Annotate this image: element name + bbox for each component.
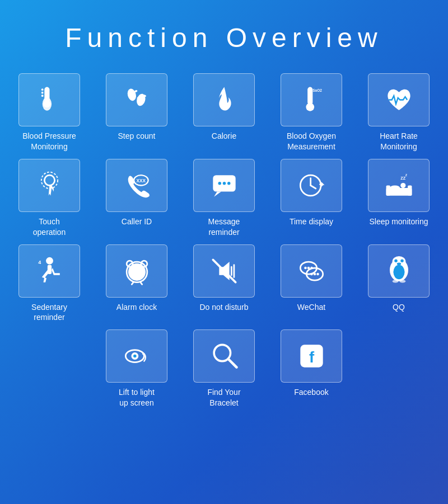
sleep-label: Sleep monitoring xyxy=(369,216,428,227)
svg-point-71 xyxy=(393,265,404,279)
svg-text:4: 4 xyxy=(38,259,41,265)
feature-blood-pressure: °C Blood PressureMonitoring xyxy=(8,73,91,152)
svg-rect-2 xyxy=(41,92,43,94)
feature-facebook: f Facebook xyxy=(270,329,353,408)
svg-point-63 xyxy=(310,272,313,275)
disturb-label: Do not disturb xyxy=(199,302,248,313)
svg-point-30 xyxy=(222,182,226,185)
sedentary-label: Sedentaryreminder xyxy=(31,302,67,323)
svg-point-65 xyxy=(316,272,319,275)
message-label: Messagereminder xyxy=(208,216,240,238)
sedentary-icon: 4 xyxy=(34,256,65,286)
time-icon-box xyxy=(281,159,342,212)
features-grid: °C Blood PressureMonitoring xyxy=(6,70,442,412)
feature-heart-rate: Heart RateMonitoring xyxy=(357,73,440,152)
disturb-icon xyxy=(209,256,240,286)
alarm-icon xyxy=(122,256,152,286)
lift-icon xyxy=(122,341,152,371)
caller-id-label: Caller ID xyxy=(122,216,152,227)
svg-rect-9 xyxy=(46,95,48,102)
feature-qq: QQ xyxy=(357,244,440,323)
feature-blood-oxygen: SaO2 Blood OxygenMeasurement xyxy=(270,73,353,152)
svg-point-62 xyxy=(310,266,313,269)
heart-rate-icon xyxy=(384,84,414,115)
feature-message: Messagereminder xyxy=(183,159,265,238)
find-icon-box xyxy=(193,329,255,383)
svg-point-22 xyxy=(310,106,314,110)
svg-point-69 xyxy=(400,259,404,262)
step-count-icon-box xyxy=(106,73,167,126)
svg-rect-38 xyxy=(408,185,412,195)
lift-label: Lift to lightup screen xyxy=(119,387,155,408)
facebook-icon: f xyxy=(296,341,327,371)
calorie-icon xyxy=(209,84,240,115)
svg-point-23 xyxy=(44,175,54,185)
row-4: Lift to lightup screen Find YourBracelet… xyxy=(6,326,442,412)
heart-rate-icon-box xyxy=(368,73,430,126)
svg-point-76 xyxy=(133,355,137,358)
touch-icon-box xyxy=(18,159,80,212)
qq-icon xyxy=(384,256,414,286)
qq-label: QQ xyxy=(393,302,405,313)
blood-oxygen-icon-box: SaO2 xyxy=(281,73,342,126)
svg-point-68 xyxy=(394,259,398,262)
blood-pressure-label: Blood PressureMonitoring xyxy=(22,131,76,152)
touch-label: Touchoperation xyxy=(33,216,66,238)
row-1: °C Blood PressureMonitoring xyxy=(6,70,442,156)
feature-find: Find YourBracelet xyxy=(183,329,265,408)
feature-lift: Lift to lightup screen xyxy=(95,329,178,408)
svg-line-52 xyxy=(132,282,133,284)
svg-text:f: f xyxy=(309,349,314,366)
svg-text:SaO2: SaO2 xyxy=(312,88,322,92)
svg-point-70 xyxy=(396,262,400,265)
svg-point-31 xyxy=(227,182,231,185)
svg-line-79 xyxy=(228,359,236,368)
qq-icon-box xyxy=(368,244,430,298)
row-2: Touchoperation XXX Caller ID xyxy=(6,156,442,241)
heart-rate-label: Heart RateMonitoring xyxy=(380,131,418,152)
wechat-icon xyxy=(296,256,327,286)
feature-touch: Touchoperation xyxy=(8,159,91,238)
feature-wechat: WeChat xyxy=(270,244,353,323)
svg-text:Z: Z xyxy=(405,173,407,177)
facebook-icon-box: f xyxy=(281,329,342,383)
svg-point-10 xyxy=(126,88,137,102)
svg-point-40 xyxy=(400,183,405,188)
feature-disturb: Do not disturb xyxy=(183,244,265,323)
svg-point-61 xyxy=(307,266,310,269)
caller-id-icon: XXX xyxy=(122,170,152,201)
svg-rect-1 xyxy=(41,88,43,91)
svg-marker-28 xyxy=(214,191,221,196)
svg-point-43 xyxy=(46,257,53,264)
row-3: 4 Sedentaryreminder xyxy=(6,241,442,327)
blood-pressure-icon: °C xyxy=(34,84,65,115)
calorie-label: Calorie xyxy=(212,131,236,142)
disturb-icon-box xyxy=(193,244,255,298)
touch-icon xyxy=(34,170,65,201)
message-icon-box xyxy=(193,159,255,212)
time-icon xyxy=(296,170,327,201)
svg-rect-3 xyxy=(41,95,43,97)
svg-point-29 xyxy=(218,182,221,185)
message-icon xyxy=(209,170,240,201)
find-icon xyxy=(209,341,240,371)
blood-oxygen-icon: SaO2 xyxy=(296,84,327,115)
step-count-icon xyxy=(122,84,152,115)
svg-point-72 xyxy=(392,280,398,283)
svg-text:XXX: XXX xyxy=(136,178,146,183)
svg-point-73 xyxy=(399,280,405,283)
wechat-icon-box xyxy=(281,244,342,298)
feature-sedentary: 4 Sedentaryreminder xyxy=(8,244,91,323)
caller-id-icon-box: XXX xyxy=(106,159,167,212)
blood-oxygen-label: Blood OxygenMeasurement xyxy=(287,131,336,152)
find-label: Find YourBracelet xyxy=(207,387,240,408)
feature-calorie: Calorie xyxy=(183,73,265,152)
svg-rect-18 xyxy=(307,87,312,105)
svg-point-21 xyxy=(306,106,310,110)
svg-line-53 xyxy=(140,282,142,284)
sedentary-icon-box: 4 xyxy=(18,244,80,298)
facebook-label: Facebook xyxy=(294,387,328,398)
feature-step-count: Step count xyxy=(95,73,178,152)
svg-rect-37 xyxy=(386,185,390,195)
svg-line-34 xyxy=(310,185,315,189)
